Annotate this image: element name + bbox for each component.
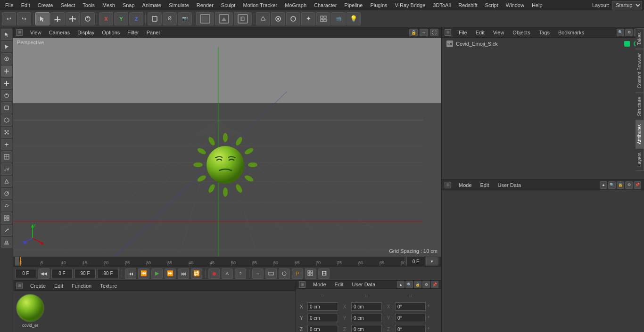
rotate-tool-left[interactable] <box>1 90 12 101</box>
takes-tab[interactable]: Takes <box>636 28 644 49</box>
attr-z-pos-input[interactable] <box>307 325 338 332</box>
y-axis-button[interactable]: Y <box>114 12 128 25</box>
menu-select[interactable]: Select <box>58 1 79 9</box>
attr-mode-menu[interactable]: Mode <box>311 281 328 288</box>
scale-tool-left[interactable] <box>1 78 12 89</box>
object-tool[interactable] <box>1 102 12 113</box>
attr-y-rot-input[interactable] <box>395 314 426 322</box>
panel-menu[interactable]: Panel <box>145 29 162 36</box>
menu-motion-tracker[interactable]: Motion Tracker <box>239 1 281 9</box>
render-region-button[interactable] <box>196 12 214 25</box>
x-axis-button[interactable]: X <box>99 12 113 25</box>
timeline-ruler[interactable]: 0 5 10 15 20 25 30 35 <box>13 257 441 266</box>
menu-mesh[interactable]: Mesh <box>99 1 118 9</box>
material-create-menu[interactable]: Create <box>28 282 48 290</box>
start-frame-input[interactable] <box>15 269 36 278</box>
texture-tool[interactable] <box>1 151 12 162</box>
menu-file[interactable]: File <box>2 1 17 9</box>
obj-item-covid[interactable]: L0 Covid_Emoji_Sick <box>445 40 641 48</box>
rotate-tool-button[interactable] <box>81 12 95 25</box>
menu-simulate[interactable]: Simulate <box>165 1 192 9</box>
null-object-button[interactable]: Ø <box>163 12 177 25</box>
play-button[interactable]: ▶ <box>151 268 163 279</box>
floor-tool[interactable] <box>1 237 12 248</box>
set-keyframe-button[interactable]: ▼ <box>426 257 438 266</box>
auto-key-button[interactable]: A <box>222 268 233 279</box>
attr-search-button[interactable]: 🔍 <box>405 281 413 288</box>
snap-tool[interactable] <box>1 176 12 187</box>
objmgr-view-menu[interactable]: View <box>491 29 506 36</box>
material-edit-menu[interactable]: Edit <box>52 282 65 290</box>
content-browser-tab[interactable]: Content Browser <box>636 49 644 92</box>
move-tool-button[interactable] <box>50 12 65 25</box>
sculpt-tool-button[interactable] <box>286 12 300 25</box>
points-tool[interactable] <box>1 127 12 138</box>
move-tool[interactable] <box>1 65 12 77</box>
menu-3dtoall[interactable]: 3DToAll <box>429 1 454 9</box>
menu-help[interactable]: Help <box>528 1 546 9</box>
layout-select[interactable]: Startup <box>612 1 642 9</box>
paint-tool-button[interactable] <box>271 12 285 25</box>
attr-y-pos-input[interactable] <box>307 314 338 322</box>
viewport-lock-button[interactable]: 🔓 <box>409 29 418 36</box>
light-button[interactable]: 💡 <box>347 12 361 25</box>
attr-up-button[interactable]: ▲ <box>397 281 405 288</box>
grid-key-button[interactable] <box>305 268 316 279</box>
attr-userdata-menu[interactable]: User Data <box>350 281 378 288</box>
cameras-menu[interactable]: Cameras <box>47 29 72 36</box>
menu-redshift[interactable]: Redshift <box>455 1 480 9</box>
prev-frame-button[interactable]: ◀◀ <box>38 268 50 279</box>
polygon-tool[interactable] <box>1 114 12 126</box>
render-picture-button[interactable] <box>215 12 233 25</box>
material-function-menu[interactable]: Function <box>70 282 93 290</box>
menu-character[interactable]: Character <box>311 1 340 9</box>
sculpt-tool-left[interactable] <box>1 200 12 211</box>
attr-settings-button[interactable]: ⚙ <box>422 281 430 288</box>
z-axis-button[interactable]: Z <box>129 12 143 25</box>
rattrm-up-button[interactable]: ▲ <box>600 181 607 189</box>
objmgr-tags-menu[interactable]: Tags <box>537 29 552 36</box>
current-frame-input[interactable] <box>51 269 73 278</box>
attr-lock-button[interactable]: 🔒 <box>414 281 421 288</box>
redo-button[interactable]: ↪ <box>17 12 31 25</box>
objmgr-bookmarks-menu[interactable]: Bookmarks <box>556 29 586 36</box>
covid-emoji-object[interactable] <box>192 132 258 198</box>
rattrm-settings-button[interactable]: ⚙ <box>625 181 633 189</box>
grid-view-button[interactable] <box>316 12 330 25</box>
render-anim-button[interactable] <box>234 12 252 25</box>
rattrm-userdata-menu[interactable]: User Data <box>496 181 523 189</box>
structure-tab[interactable]: Structure <box>636 93 644 121</box>
object-mode-button[interactable] <box>148 12 162 25</box>
attr-x-rot-input[interactable] <box>395 302 426 311</box>
attr-x-size-input[interactable] <box>351 302 382 311</box>
live-select[interactable] <box>1 53 12 65</box>
filter-menu[interactable]: Filter <box>125 29 140 36</box>
loop-button[interactable]: 🔁 <box>191 268 202 279</box>
step-forward-button[interactable]: ⏩ <box>165 268 176 279</box>
key-info-button[interactable]: ? <box>235 268 246 279</box>
objmgr-objects-menu[interactable]: Objects <box>511 29 532 36</box>
menu-snap[interactable]: Snap <box>119 1 138 9</box>
menu-vray[interactable]: V-Ray Bridge <box>392 1 429 9</box>
go-start-button[interactable]: ⏮ <box>125 268 136 279</box>
uv-tool[interactable]: UV <box>1 163 12 175</box>
view-menu[interactable]: View <box>28 29 43 36</box>
menu-plugins[interactable]: Plugins <box>367 1 390 9</box>
attr-edit-menu[interactable]: Edit <box>333 281 346 288</box>
menu-window[interactable]: Window <box>503 1 528 9</box>
attr-x-pos-input[interactable] <box>307 302 338 311</box>
obj-search-button[interactable]: 🔍 <box>617 29 624 36</box>
scale-key-button[interactable] <box>265 268 277 279</box>
material-item[interactable]: covid_er <box>16 294 44 328</box>
playhead-frame-input[interactable] <box>406 257 425 266</box>
rattrm-pin-button[interactable]: 📌 <box>634 181 641 189</box>
pointer-tool[interactable] <box>1 29 12 40</box>
camera-button[interactable]: 📷 <box>178 12 192 25</box>
select-tool-button[interactable] <box>35 12 50 25</box>
max-frame-input[interactable] <box>98 269 119 278</box>
options-menu[interactable]: Options <box>100 29 122 36</box>
camera-view-button[interactable]: 📹 <box>331 12 346 25</box>
spline-tool-button[interactable]: ✦ <box>301 12 315 25</box>
menu-mograph[interactable]: MoGraph <box>281 1 310 9</box>
menu-pipeline[interactable]: Pipeline <box>341 1 366 9</box>
